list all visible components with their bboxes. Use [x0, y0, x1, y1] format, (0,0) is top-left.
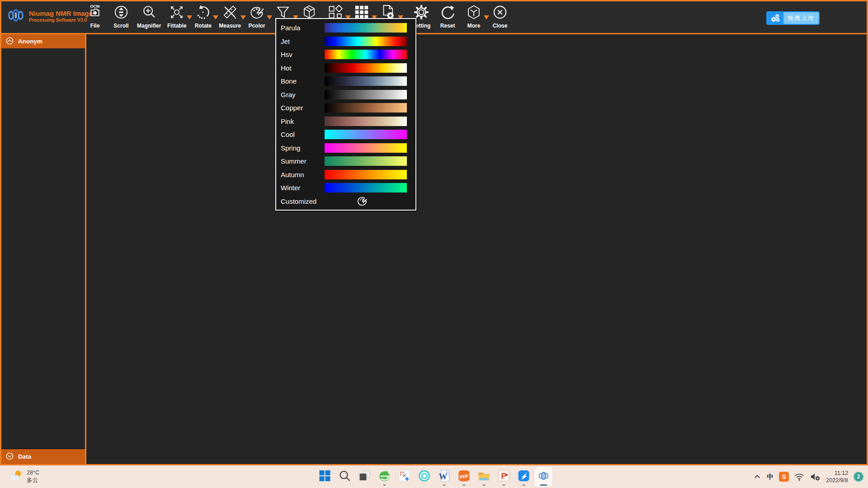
colormap-item-parula[interactable]: Parula — [276, 21, 415, 35]
colormap-item-label: Bone — [281, 77, 325, 85]
colormap-item-hot[interactable]: Hot — [276, 61, 415, 75]
running-indicator — [522, 484, 525, 486]
start-icon — [318, 469, 331, 484]
colormap-item-label: Parula — [281, 24, 325, 32]
colormap-item-spring[interactable]: Spring — [276, 141, 415, 155]
colormap-item-label: Hot — [281, 64, 325, 72]
toolbar-button-more[interactable]: More — [461, 4, 487, 29]
screen: Niumag NMR Image Processing Software V3.… — [0, 0, 868, 488]
taskbar-icon-meeting-app[interactable] — [415, 467, 434, 487]
toolbar-button-label: Measure — [219, 23, 241, 29]
sidebar-panel-data[interactable]: Data — [1, 448, 85, 464]
colormap-item-hsv[interactable]: Hsv — [276, 48, 415, 61]
anonym-panel-label: Anonym — [18, 38, 42, 45]
toolbar-button-scroll[interactable]: Scroll — [108, 4, 134, 29]
data-panel-label: Data — [18, 453, 31, 460]
colormap-swatch-autumn — [325, 170, 407, 179]
magnifier-icon — [141, 4, 158, 23]
pcolor-icon — [248, 4, 265, 23]
colormap-item-pink[interactable]: Pink — [276, 115, 415, 128]
search-icon — [338, 469, 351, 484]
scroll-icon — [113, 4, 130, 23]
colormap-swatch-spring — [325, 143, 407, 153]
taskbar-icon-word[interactable]: W — [435, 467, 453, 487]
colormap-swatch-hsv — [325, 50, 407, 59]
svg-text:DCM: DCM — [90, 4, 100, 9]
taskbar-icon-niumag-app[interactable] — [534, 467, 553, 487]
sidebar-panel-anonym[interactable]: Anonym — [1, 34, 85, 48]
hidden-icons-chevron[interactable] — [753, 473, 761, 481]
colormap-item-label: Winter — [281, 184, 325, 192]
toolbar-button-measure[interactable]: Measure — [216, 4, 244, 29]
colormap-item-label: Cool — [281, 131, 325, 138]
toolbar-button-magnifier[interactable]: Magnifier — [134, 4, 164, 29]
colormap-item-bone[interactable]: Bone — [276, 75, 415, 88]
notification-badge[interactable]: 2 — [854, 472, 863, 482]
svg-text:P: P — [501, 472, 506, 481]
pdf-icon: PDF — [458, 469, 470, 484]
file-explorer-icon — [477, 469, 490, 484]
colormap-item-summer[interactable]: Summer — [276, 155, 415, 168]
running-indicator — [482, 484, 485, 486]
colormap-swatch-bone — [325, 76, 407, 86]
taskbar-icon-screenshot-tool[interactable] — [395, 467, 414, 487]
toolbar-button-file[interactable]: DCMFile — [82, 4, 108, 29]
running-indicator — [383, 484, 386, 486]
measure-icon — [222, 4, 239, 23]
volume-muted-icon[interactable] — [810, 472, 821, 481]
taskbar-icon-search[interactable] — [335, 467, 354, 487]
colormap-item-gray[interactable]: Gray — [276, 88, 415, 102]
taskbar: 28°C 多云 WPDFP 中 S 11:12 2022/9/8 2 — [0, 465, 868, 488]
rotate-icon — [194, 4, 212, 23]
powerpoint-icon: P — [497, 469, 510, 484]
weather-temperature: 28°C — [27, 469, 39, 477]
circle-chevron-up-icon — [5, 37, 14, 47]
colormap-item-copper[interactable]: Copper — [276, 101, 415, 115]
colormap-item-autumn[interactable]: Autumn — [276, 168, 415, 182]
palette-icon — [356, 195, 368, 207]
colormap-item-winter[interactable]: Winter — [276, 181, 415, 195]
colormap-swatch-parula — [325, 23, 407, 33]
colormap-swatch-cool — [325, 130, 407, 139]
taskbar-icon-pdf-reader[interactable]: PDF — [455, 467, 473, 487]
tray-time: 11:12 — [826, 469, 848, 477]
toolbar-button-rotate[interactable]: Rotate — [190, 4, 216, 29]
toolbar-button-label: Magnifier — [137, 23, 161, 29]
taskbar-icon-powerpoint[interactable]: P — [495, 467, 513, 487]
taskbar-app-icons: WPDFP — [316, 467, 553, 487]
taskbar-icon-file-explorer[interactable] — [475, 467, 493, 487]
toolbar-button-reset[interactable]: Reset — [434, 4, 461, 29]
svg-text:W: W — [439, 472, 447, 481]
colormap-item-label: Autumn — [281, 171, 325, 178]
sogou-input-icon[interactable]: S — [779, 472, 789, 482]
sidebar: Anonym Data — [1, 34, 86, 464]
fittable-icon — [168, 4, 185, 23]
taskbar-icon-start[interactable] — [316, 467, 334, 487]
toolbar-button-close[interactable]: Close — [487, 4, 513, 29]
taskbar-icon-messenger-app[interactable] — [514, 467, 533, 487]
clock[interactable]: 11:12 2022/9/8 — [826, 469, 848, 484]
colormap-item-label: Hsv — [281, 51, 325, 58]
drag-upload-button[interactable]: 拖拽上传 — [766, 11, 820, 25]
tray-date: 2022/9/8 — [826, 477, 848, 484]
colormap-item-label: Spring — [281, 144, 325, 152]
toolbar-button-label: More — [467, 23, 481, 29]
weather-widget[interactable]: 28°C 多云 — [4, 467, 44, 487]
colormap-swatch-winter — [325, 183, 407, 192]
colormap-item-customized[interactable]: Customized — [276, 195, 415, 208]
messenger-app-icon — [517, 469, 530, 484]
wifi-icon[interactable] — [794, 473, 804, 481]
sidebar-body — [1, 48, 85, 448]
toolbar-button-pcolor[interactable]: Pcolor — [244, 4, 270, 29]
close-icon — [491, 4, 509, 23]
toolbar-button-label: Reset — [440, 23, 455, 29]
colormap-item-cool[interactable]: Cool — [276, 128, 415, 141]
taskbar-icon-task-view[interactable] — [355, 467, 374, 487]
meeting-app-icon — [418, 469, 430, 484]
colormap-item-jet[interactable]: Jet — [276, 35, 415, 48]
circle-chevron-down-icon — [5, 452, 14, 462]
toolbar-button-fittable[interactable]: Fittable — [164, 4, 190, 29]
taskbar-icon-browser[interactable] — [375, 467, 394, 487]
ime-indicator[interactable]: 中 — [767, 473, 774, 481]
colormap-item-label: Pink — [281, 117, 325, 125]
